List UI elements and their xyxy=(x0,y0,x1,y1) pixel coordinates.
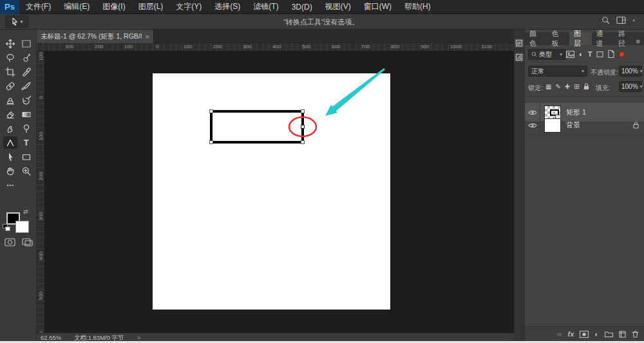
background-color-swatch[interactable] xyxy=(15,221,29,233)
panel-menu-icon[interactable]: ≡ xyxy=(636,37,640,45)
menu-select[interactable]: 选择(S) xyxy=(208,0,247,14)
link-layers-icon[interactable]: ∞ xyxy=(557,330,562,338)
ruler-label: 100 xyxy=(124,44,133,50)
lock-artboard-icon[interactable]: ⊞ xyxy=(574,83,579,90)
tool-options-hint: “转换点工具”没有选项。 xyxy=(283,17,359,27)
move-tool[interactable] xyxy=(3,37,17,50)
opacity-field[interactable]: 100% ▾ xyxy=(619,66,642,77)
eyedropper-tool[interactable] xyxy=(19,66,33,78)
ruler-label: 0 xyxy=(156,44,158,50)
layer-row-background[interactable]: 背景 xyxy=(525,116,644,135)
convert-point-tool[interactable] xyxy=(3,136,17,149)
lock-transparency-icon[interactable]: ▦ xyxy=(545,83,551,90)
screen-mode-icon[interactable] xyxy=(22,238,33,246)
smudge-tool[interactable] xyxy=(3,122,17,134)
marquee-tool[interactable] xyxy=(19,37,33,50)
layer-name[interactable]: 背景 xyxy=(566,120,580,130)
shape-layer-filter-icon[interactable] xyxy=(596,51,603,58)
workspace-icon[interactable] xyxy=(616,16,626,24)
blend-mode-dropdown[interactable]: 正常 ▾ xyxy=(528,66,587,77)
pixel-layer-filter-icon[interactable] xyxy=(566,51,574,58)
ruler-label: 400 xyxy=(272,44,281,50)
menu-help[interactable]: 帮助(H) xyxy=(398,0,437,14)
panel-tab-strip: 颜色 色板 图层 通道 路径 ≡ xyxy=(525,32,644,45)
properties-panel-icon[interactable] xyxy=(515,53,524,62)
menu-window[interactable]: 窗口(W) xyxy=(357,0,398,14)
lock-position-icon[interactable]: ✚ xyxy=(565,83,570,90)
crop-tool[interactable] xyxy=(3,66,17,78)
swap-colors-icon[interactable]: ⇄ xyxy=(23,209,28,215)
eraser-tool[interactable] xyxy=(3,108,17,120)
smart-object-filter-icon[interactable] xyxy=(608,50,614,58)
dodge-tool[interactable] xyxy=(19,122,33,134)
lasso-tool[interactable] xyxy=(3,51,17,64)
fill-field[interactable]: 100% ▾ xyxy=(619,81,642,92)
zoom-level-field[interactable]: 62.65% xyxy=(41,334,61,341)
status-chevron[interactable]: > xyxy=(137,334,141,341)
blend-mode-value: 正常 xyxy=(531,67,544,76)
visibility-toggle[interactable] xyxy=(525,116,540,134)
filter-toggle-icon[interactable] xyxy=(619,51,625,57)
delete-layer-icon[interactable] xyxy=(632,331,639,338)
layers-panel: 颜色 色板 图层 通道 路径 ≡ 类型 ▾ ◐ T 正常 ▾ 不透明度: xyxy=(525,30,644,341)
gradient-tool[interactable] xyxy=(19,108,33,120)
tool-bar: T ••• ⇄ xyxy=(0,30,37,341)
menu-filter[interactable]: 滤镜(T) xyxy=(247,0,285,14)
menu-type[interactable]: 文字(Y) xyxy=(169,0,208,14)
shape-tool[interactable] xyxy=(19,151,33,163)
add-mask-icon[interactable] xyxy=(580,331,589,338)
tab-paths[interactable]: 路径 xyxy=(614,32,636,45)
zoom-tool[interactable] xyxy=(19,165,33,177)
canvas-area[interactable] xyxy=(45,51,514,333)
clone-stamp-tool[interactable] xyxy=(3,94,17,106)
healing-brush-tool[interactable] xyxy=(3,80,17,92)
adjustment-layer-icon[interactable]: ◐ xyxy=(594,330,599,338)
chevron-down-icon[interactable]: ▾ xyxy=(632,18,635,23)
menu-layer[interactable]: 图层(L) xyxy=(132,0,170,14)
menu-3d[interactable]: 3D(D) xyxy=(285,0,319,14)
menu-edit[interactable]: 编辑(E) xyxy=(57,0,96,14)
ruler-label: 300 xyxy=(243,44,251,50)
path-selection-tool[interactable] xyxy=(3,151,17,163)
tab-layers[interactable]: 图层 xyxy=(569,32,592,45)
type-tool[interactable]: T xyxy=(19,136,33,149)
tab-color[interactable]: 颜色 xyxy=(525,32,547,45)
menu-file[interactable]: 文件(F) xyxy=(19,0,57,14)
history-panel-icon[interactable] xyxy=(515,39,524,48)
close-tab-icon[interactable]: × xyxy=(146,33,149,41)
quick-selection-tool[interactable] xyxy=(19,51,33,64)
type-layer-filter-icon[interactable]: T xyxy=(588,50,592,58)
canvas-drawing xyxy=(45,51,514,333)
history-brush-tool[interactable] xyxy=(19,94,33,106)
search-icon[interactable] xyxy=(601,16,610,24)
lock-buttons: ▦ ✎ ✚ ⊞ xyxy=(545,83,589,90)
layer-thumbnail[interactable] xyxy=(544,118,561,133)
options-bar: ▾ “转换点工具”没有选项。 ▾ xyxy=(0,14,644,30)
new-group-icon[interactable] xyxy=(605,331,613,337)
default-colors-icon[interactable] xyxy=(3,224,10,231)
type-tool-glyph: T xyxy=(24,138,29,147)
adjustment-layer-filter-icon[interactable]: ◐ xyxy=(579,50,583,58)
brush-tool[interactable] xyxy=(19,80,33,92)
lock-pixels-icon[interactable]: ✎ xyxy=(555,83,560,90)
document-canvas[interactable] xyxy=(153,73,390,310)
layer-style-icon[interactable]: fx xyxy=(568,330,574,338)
tool-preset-dropdown[interactable]: ▾ xyxy=(5,15,28,28)
ruler-label: 1100 xyxy=(481,44,492,50)
tab-swatches[interactable]: 色板 xyxy=(547,32,570,45)
menu-view[interactable]: 视图(V) xyxy=(319,0,357,14)
tab-channels[interactable]: 通道 xyxy=(592,32,614,45)
ruler-label: 300 xyxy=(65,44,73,50)
new-layer-icon[interactable] xyxy=(619,331,626,338)
menu-image[interactable]: 图像(I) xyxy=(96,0,131,14)
hand-tool[interactable] xyxy=(3,165,17,177)
lock-all-icon[interactable] xyxy=(583,83,589,90)
document-tab[interactable]: 未标题-1 @ 62.7% (矩形 1, RGB/8#) * × xyxy=(37,30,154,43)
vertical-ruler: 100 0 100 200 300 400 500 600 xyxy=(37,51,45,333)
quick-mask-icon[interactable] xyxy=(5,238,15,246)
ruler-label: 100 xyxy=(184,44,192,50)
edit-toolbar-button[interactable]: ••• xyxy=(3,179,17,191)
ruler-label: 200 xyxy=(38,174,44,181)
layer-filter-type-dropdown[interactable]: 类型 ▾ xyxy=(528,49,565,60)
menu-bar: Ps 文件(F) 编辑(E) 图像(I) 图层(L) 文字(Y) 选择(S) 滤… xyxy=(0,0,644,14)
